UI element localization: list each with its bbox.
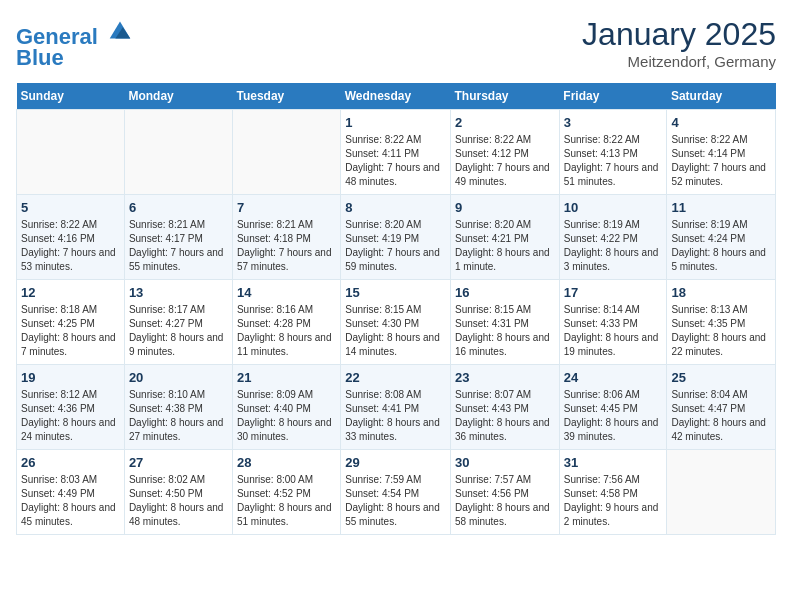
day-info: Sunrise: 8:21 AMSunset: 4:18 PMDaylight:… <box>237 218 336 274</box>
day-number: 3 <box>564 115 663 130</box>
day-number: 25 <box>671 370 771 385</box>
calendar-cell: 7Sunrise: 8:21 AMSunset: 4:18 PMDaylight… <box>232 195 340 280</box>
day-number: 12 <box>21 285 120 300</box>
day-number: 6 <box>129 200 228 215</box>
calendar-header: SundayMondayTuesdayWednesdayThursdayFrid… <box>17 83 776 110</box>
day-info: Sunrise: 8:10 AMSunset: 4:38 PMDaylight:… <box>129 388 228 444</box>
day-number: 17 <box>564 285 663 300</box>
day-number: 7 <box>237 200 336 215</box>
day-number: 31 <box>564 455 663 470</box>
calendar-cell: 9Sunrise: 8:20 AMSunset: 4:21 PMDaylight… <box>451 195 560 280</box>
day-info: Sunrise: 8:22 AMSunset: 4:16 PMDaylight:… <box>21 218 120 274</box>
day-info: Sunrise: 8:00 AMSunset: 4:52 PMDaylight:… <box>237 473 336 529</box>
weekday-header-row: SundayMondayTuesdayWednesdayThursdayFrid… <box>17 83 776 110</box>
day-number: 29 <box>345 455 446 470</box>
calendar-cell: 8Sunrise: 8:20 AMSunset: 4:19 PMDaylight… <box>341 195 451 280</box>
day-number: 13 <box>129 285 228 300</box>
day-info: Sunrise: 8:04 AMSunset: 4:47 PMDaylight:… <box>671 388 771 444</box>
day-info: Sunrise: 8:17 AMSunset: 4:27 PMDaylight:… <box>129 303 228 359</box>
day-number: 20 <box>129 370 228 385</box>
day-number: 22 <box>345 370 446 385</box>
day-info: Sunrise: 8:19 AMSunset: 4:24 PMDaylight:… <box>671 218 771 274</box>
calendar-cell: 20Sunrise: 8:10 AMSunset: 4:38 PMDayligh… <box>124 365 232 450</box>
day-info: Sunrise: 7:57 AMSunset: 4:56 PMDaylight:… <box>455 473 555 529</box>
day-info: Sunrise: 8:19 AMSunset: 4:22 PMDaylight:… <box>564 218 663 274</box>
calendar-cell <box>232 110 340 195</box>
day-info: Sunrise: 8:08 AMSunset: 4:41 PMDaylight:… <box>345 388 446 444</box>
calendar-cell <box>17 110 125 195</box>
calendar-cell: 13Sunrise: 8:17 AMSunset: 4:27 PMDayligh… <box>124 280 232 365</box>
calendar-cell: 3Sunrise: 8:22 AMSunset: 4:13 PMDaylight… <box>559 110 667 195</box>
calendar-cell: 4Sunrise: 8:22 AMSunset: 4:14 PMDaylight… <box>667 110 776 195</box>
day-number: 19 <box>21 370 120 385</box>
day-number: 9 <box>455 200 555 215</box>
weekday-header-monday: Monday <box>124 83 232 110</box>
day-number: 2 <box>455 115 555 130</box>
calendar-week-row: 12Sunrise: 8:18 AMSunset: 4:25 PMDayligh… <box>17 280 776 365</box>
day-number: 18 <box>671 285 771 300</box>
calendar-cell: 31Sunrise: 7:56 AMSunset: 4:58 PMDayligh… <box>559 450 667 535</box>
day-info: Sunrise: 8:15 AMSunset: 4:30 PMDaylight:… <box>345 303 446 359</box>
calendar-cell: 15Sunrise: 8:15 AMSunset: 4:30 PMDayligh… <box>341 280 451 365</box>
calendar-cell: 26Sunrise: 8:03 AMSunset: 4:49 PMDayligh… <box>17 450 125 535</box>
month-title: January 2025 <box>582 16 776 53</box>
day-info: Sunrise: 8:07 AMSunset: 4:43 PMDaylight:… <box>455 388 555 444</box>
day-info: Sunrise: 8:20 AMSunset: 4:19 PMDaylight:… <box>345 218 446 274</box>
weekday-header-sunday: Sunday <box>17 83 125 110</box>
calendar-cell: 18Sunrise: 8:13 AMSunset: 4:35 PMDayligh… <box>667 280 776 365</box>
day-info: Sunrise: 8:21 AMSunset: 4:17 PMDaylight:… <box>129 218 228 274</box>
day-number: 21 <box>237 370 336 385</box>
day-number: 11 <box>671 200 771 215</box>
calendar-table: SundayMondayTuesdayWednesdayThursdayFrid… <box>16 83 776 535</box>
logo-icon <box>106 16 134 44</box>
logo: General Blue <box>16 16 134 71</box>
calendar-cell: 14Sunrise: 8:16 AMSunset: 4:28 PMDayligh… <box>232 280 340 365</box>
weekday-header-friday: Friday <box>559 83 667 110</box>
calendar-cell: 1Sunrise: 8:22 AMSunset: 4:11 PMDaylight… <box>341 110 451 195</box>
day-info: Sunrise: 7:59 AMSunset: 4:54 PMDaylight:… <box>345 473 446 529</box>
calendar-cell: 6Sunrise: 8:21 AMSunset: 4:17 PMDaylight… <box>124 195 232 280</box>
day-number: 10 <box>564 200 663 215</box>
title-area: January 2025 Meitzendorf, Germany <box>582 16 776 70</box>
day-number: 27 <box>129 455 228 470</box>
day-number: 5 <box>21 200 120 215</box>
calendar-week-row: 5Sunrise: 8:22 AMSunset: 4:16 PMDaylight… <box>17 195 776 280</box>
day-number: 24 <box>564 370 663 385</box>
weekday-header-saturday: Saturday <box>667 83 776 110</box>
day-number: 4 <box>671 115 771 130</box>
calendar-cell: 12Sunrise: 8:18 AMSunset: 4:25 PMDayligh… <box>17 280 125 365</box>
calendar-cell: 28Sunrise: 8:00 AMSunset: 4:52 PMDayligh… <box>232 450 340 535</box>
day-info: Sunrise: 8:20 AMSunset: 4:21 PMDaylight:… <box>455 218 555 274</box>
day-number: 30 <box>455 455 555 470</box>
day-number: 14 <box>237 285 336 300</box>
calendar-cell: 21Sunrise: 8:09 AMSunset: 4:40 PMDayligh… <box>232 365 340 450</box>
day-info: Sunrise: 8:03 AMSunset: 4:49 PMDaylight:… <box>21 473 120 529</box>
day-info: Sunrise: 8:22 AMSunset: 4:13 PMDaylight:… <box>564 133 663 189</box>
calendar-cell: 19Sunrise: 8:12 AMSunset: 4:36 PMDayligh… <box>17 365 125 450</box>
day-number: 28 <box>237 455 336 470</box>
page-header: General Blue January 2025 Meitzendorf, G… <box>16 16 776 71</box>
day-info: Sunrise: 8:13 AMSunset: 4:35 PMDaylight:… <box>671 303 771 359</box>
day-number: 26 <box>21 455 120 470</box>
calendar-week-row: 1Sunrise: 8:22 AMSunset: 4:11 PMDaylight… <box>17 110 776 195</box>
day-info: Sunrise: 8:09 AMSunset: 4:40 PMDaylight:… <box>237 388 336 444</box>
day-number: 1 <box>345 115 446 130</box>
day-number: 23 <box>455 370 555 385</box>
day-number: 16 <box>455 285 555 300</box>
calendar-cell: 24Sunrise: 8:06 AMSunset: 4:45 PMDayligh… <box>559 365 667 450</box>
day-info: Sunrise: 8:22 AMSunset: 4:14 PMDaylight:… <box>671 133 771 189</box>
calendar-cell: 16Sunrise: 8:15 AMSunset: 4:31 PMDayligh… <box>451 280 560 365</box>
calendar-cell: 27Sunrise: 8:02 AMSunset: 4:50 PMDayligh… <box>124 450 232 535</box>
weekday-header-thursday: Thursday <box>451 83 560 110</box>
day-info: Sunrise: 8:15 AMSunset: 4:31 PMDaylight:… <box>455 303 555 359</box>
weekday-header-wednesday: Wednesday <box>341 83 451 110</box>
day-number: 8 <box>345 200 446 215</box>
location-title: Meitzendorf, Germany <box>582 53 776 70</box>
calendar-cell <box>124 110 232 195</box>
day-info: Sunrise: 8:22 AMSunset: 4:11 PMDaylight:… <box>345 133 446 189</box>
calendar-week-row: 19Sunrise: 8:12 AMSunset: 4:36 PMDayligh… <box>17 365 776 450</box>
calendar-body: 1Sunrise: 8:22 AMSunset: 4:11 PMDaylight… <box>17 110 776 535</box>
calendar-week-row: 26Sunrise: 8:03 AMSunset: 4:49 PMDayligh… <box>17 450 776 535</box>
day-info: Sunrise: 8:02 AMSunset: 4:50 PMDaylight:… <box>129 473 228 529</box>
calendar-cell: 5Sunrise: 8:22 AMSunset: 4:16 PMDaylight… <box>17 195 125 280</box>
